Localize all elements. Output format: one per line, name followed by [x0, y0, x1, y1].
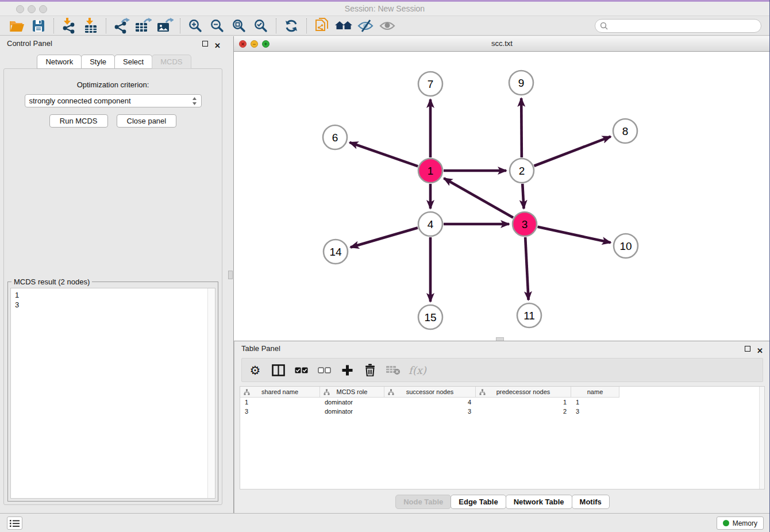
table-cell[interactable]: 3 — [384, 407, 476, 416]
show-columns-icon[interactable] — [271, 361, 286, 379]
table-settings-icon[interactable]: ⚙ — [248, 361, 263, 379]
table-cell[interactable]: 4 — [384, 398, 476, 407]
open-session-icon[interactable] — [6, 17, 28, 34]
refresh-view-icon[interactable] — [280, 17, 302, 34]
graph-node-label: 14 — [329, 246, 342, 258]
table-row[interactable]: 1dominator411 — [240, 398, 764, 407]
task-history-button[interactable] — [7, 516, 22, 530]
table-tabs: Node TableEdge TableNetwork TableMotifs — [234, 495, 770, 509]
delete-table-icon[interactable] — [386, 361, 401, 379]
import-table-icon[interactable] — [80, 17, 102, 34]
network-canvas[interactable]: 7968124314101511 — [234, 52, 770, 341]
export-image-icon[interactable] — [154, 17, 176, 34]
graph-edge-4-14[interactable] — [351, 228, 418, 247]
deselect-all-columns-icon[interactable] — [317, 361, 332, 379]
table-cell[interactable]: 3 — [571, 407, 619, 416]
mcds-panel-icon[interactable] — [311, 17, 333, 34]
graph-edge-3-10[interactable] — [537, 227, 610, 242]
tab-select[interactable]: Select — [114, 55, 152, 69]
graph-edge-2-8[interactable] — [534, 137, 610, 166]
table-float-panel-icon[interactable] — [745, 346, 750, 352]
table-cell[interactable]: dominator — [320, 398, 384, 407]
window-title: Session: New Session — [0, 4, 769, 13]
vertical-splitter-handle[interactable] — [228, 271, 233, 279]
search-input[interactable] — [611, 22, 756, 30]
network-window-title: scc.txt — [234, 39, 770, 48]
delete-column-icon[interactable] — [363, 361, 378, 379]
column-header-name[interactable]: name — [571, 387, 619, 398]
hide-graphics-details-icon[interactable] — [355, 17, 376, 34]
graph-node-label: 1 — [428, 165, 434, 177]
table-cell[interactable]: 1 — [571, 398, 619, 407]
column-header-successor-nodes[interactable]: successor nodes — [384, 387, 476, 398]
graph-edge-2-3[interactable] — [522, 184, 523, 209]
column-header-predecessor-nodes[interactable]: predecessor nodes — [476, 387, 571, 398]
table-cell[interactable]: 2 — [476, 407, 571, 416]
mcds-result-box[interactable]: 13 — [10, 288, 215, 499]
close-panel-button[interactable]: Close panel — [117, 114, 177, 128]
float-panel-icon[interactable] — [202, 41, 208, 47]
function-builder-icon[interactable]: f(x) — [409, 361, 426, 379]
vertical-splitter[interactable] — [228, 36, 234, 513]
network-window-titlebar[interactable]: ✕ − + scc.txt — [234, 36, 770, 52]
criterion-dropdown[interactable]: strongly connected component — [25, 94, 202, 107]
tab-edge-table[interactable]: Edge Table — [451, 495, 506, 509]
save-session-icon[interactable] — [28, 17, 49, 34]
control-panel-title: Control Panel — [7, 39, 52, 48]
network-view-window: ✕ − + scc.txt 7968124314101511 — [234, 36, 770, 341]
hierarchy-icon — [388, 389, 394, 395]
column-header-mcds-role[interactable]: MCDS role — [320, 387, 384, 398]
table-cell[interactable]: dominator — [320, 407, 384, 416]
graph-node-label: 4 — [428, 218, 434, 230]
select-all-columns-icon[interactable] — [294, 361, 309, 379]
table-panel: Table Panel ✕ ⚙ f(x) — [234, 341, 770, 513]
tab-motifs[interactable]: Motifs — [572, 495, 610, 509]
graph-node-label: 2 — [519, 165, 525, 177]
export-network-icon[interactable] — [110, 17, 132, 34]
toolbar-separator — [306, 18, 307, 33]
column-header-shared-name[interactable]: shared name — [240, 387, 320, 398]
graph-edge-1-6[interactable] — [349, 142, 418, 167]
graph-node-label: 10 — [619, 240, 632, 252]
graph-node-label: 7 — [428, 78, 434, 90]
toolbar-separator — [276, 18, 276, 33]
export-table-icon[interactable] — [132, 17, 154, 34]
dropdown-stepper-icon — [192, 97, 197, 106]
tab-mcds[interactable]: MCDS — [152, 55, 191, 69]
import-network-icon[interactable] — [58, 17, 80, 34]
tab-network[interactable]: Network — [37, 55, 82, 69]
graph-edge-3-1[interactable] — [444, 178, 513, 217]
node-table[interactable]: shared nameMCDS rolesuccessor nodesprede… — [240, 386, 765, 489]
optimization-criterion-label: Optimization criterion: — [4, 80, 222, 89]
zoom-selected-icon[interactable] — [250, 17, 272, 34]
show-graphics-details-icon[interactable] — [376, 17, 398, 34]
tab-node-table[interactable]: Node Table — [395, 495, 451, 509]
memory-status-icon — [723, 520, 729, 526]
tab-style[interactable]: Style — [81, 55, 115, 69]
result-scrollbar[interactable] — [207, 288, 215, 498]
close-panel-icon[interactable]: ✕ — [214, 38, 221, 53]
add-column-icon[interactable] — [340, 361, 355, 379]
graph-node-label: 9 — [518, 77, 525, 89]
application-window: Session: New Session — [0, 0, 770, 532]
table-toolbar: ⚙ f(x) — [241, 358, 763, 382]
table-cell[interactable]: 1 — [476, 398, 571, 407]
zoom-fit-icon[interactable] — [228, 17, 250, 34]
graph-edge-2-9[interactable] — [521, 98, 522, 157]
mcds-result-line: 1 — [15, 290, 211, 300]
table-cell[interactable]: 3 — [240, 407, 320, 416]
table-cell[interactable]: 1 — [240, 398, 320, 407]
memory-button[interactable]: Memory — [717, 516, 764, 530]
zoom-in-icon[interactable] — [184, 17, 206, 34]
run-mcds-button[interactable]: Run MCDS — [49, 114, 108, 128]
toolbar-separator — [53, 18, 54, 33]
zoom-out-icon[interactable] — [206, 17, 228, 34]
graph-edge-3-11[interactable] — [525, 237, 528, 300]
tab-network-table[interactable]: Network Table — [506, 495, 572, 509]
table-scrollbar[interactable] — [759, 387, 764, 489]
search-box[interactable] — [595, 19, 761, 33]
search-icon — [600, 22, 608, 30]
table-close-panel-icon[interactable]: ✕ — [757, 344, 763, 358]
table-row[interactable]: 3dominator323 — [240, 407, 764, 416]
home-view-icon[interactable] — [333, 17, 355, 34]
